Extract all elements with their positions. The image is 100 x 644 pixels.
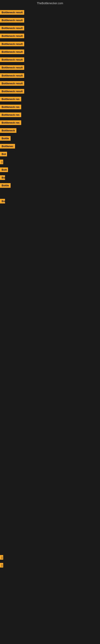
bottleneck-badge: Bottlenec	[0, 144, 15, 148]
bottleneck-badge: Bottleneck result	[0, 89, 24, 94]
bottleneck-badge: Bottleneck res	[0, 120, 21, 125]
bottleneck-badge: Bottleneck result	[0, 34, 24, 38]
bottleneck-badge: Bottleneck result	[0, 65, 24, 70]
site-header: TheBottlenecker.com	[0, 0, 100, 6]
bottleneck-badge: Bo	[0, 199, 5, 204]
bottleneck-badge: Bottleneck res	[0, 105, 21, 109]
bottleneck-badge: Bottle	[0, 136, 11, 141]
bottleneck-badge: |	[0, 555, 3, 560]
bottleneck-badge: Bottle	[0, 183, 11, 188]
site-title: TheBottlenecker.com	[0, 0, 100, 6]
bottleneck-badge: Bottleneck res	[0, 112, 21, 117]
bottleneck-badge: Bottleneck result	[0, 57, 24, 62]
bottleneck-badge: Bott	[0, 168, 8, 172]
bottleneck-badge: Bottleneck res	[0, 97, 21, 102]
bottleneck-badge: Bo	[0, 175, 5, 180]
bottleneck-badge: Bottleneck result	[0, 18, 24, 22]
bottleneck-badge: Bottleneck result	[0, 50, 24, 54]
bottleneck-badge: Bottleneck	[0, 128, 16, 133]
bottleneck-badge: |	[0, 563, 3, 568]
bottleneck-badge: Bottleneck result	[0, 81, 24, 86]
bottleneck-badge: Bottleneck result	[0, 73, 24, 78]
bottleneck-badge: Bottleneck result	[0, 42, 24, 46]
bottleneck-badge: Bottleneck result	[0, 26, 24, 30]
bottleneck-badge: Bottleneck result	[0, 10, 24, 15]
bottleneck-badge: Bot	[0, 152, 7, 156]
bottleneck-badge: |	[0, 160, 3, 164]
